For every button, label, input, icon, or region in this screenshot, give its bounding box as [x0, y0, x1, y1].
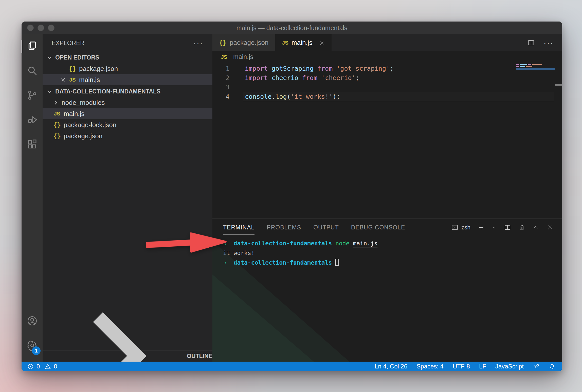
token: ); [333, 93, 340, 100]
activity-bar-run-debug[interactable] [22, 108, 43, 132]
line-text: import cheerio from 'cheerio'; [229, 74, 359, 82]
minimap[interactable] [516, 64, 555, 70]
code-line-4[interactable]: 4console.log('it works!'); [212, 92, 562, 101]
explorer-sidebar: EXPLORER ··· OPEN EDITORS {}package.json… [43, 34, 212, 362]
panel-tab-problems[interactable]: PROBLEMS [267, 219, 301, 236]
code-lines: 1import gotScraping from 'got-scraping';… [212, 64, 562, 101]
editor-tab-bar: {}package.jsonJSmain.js ··· [212, 34, 562, 51]
traffic-lights [27, 22, 54, 34]
file-tree: node_modulesJSmain.js{}package-lock.json… [43, 97, 212, 142]
terminal-token [227, 259, 234, 266]
close-tab-icon[interactable] [319, 40, 325, 46]
tree-item-node_modules[interactable]: node_modules [43, 97, 212, 108]
sidebar-header: EXPLORER ··· [43, 34, 212, 52]
file-label: node_modules [62, 99, 105, 107]
indentation[interactable]: Spaces: 4 [416, 363, 444, 370]
close-panel-icon[interactable] [547, 224, 554, 231]
terminal-token [350, 240, 353, 247]
terminal-output[interactable]: → data-collection-fundamentals node main… [212, 236, 562, 267]
main-area: 1 EXPLORER ··· OPEN EDITORS {}package.js… [22, 34, 562, 362]
settings-badge: 1 [32, 346, 41, 355]
terminal-token [332, 259, 335, 266]
search-icon [26, 65, 38, 77]
branch-icon [26, 89, 38, 102]
breadcrumb-file: main.js [233, 53, 253, 61]
token [298, 74, 302, 82]
activity-bar-source-control[interactable] [22, 83, 43, 108]
breadcrumb[interactable]: JS main.js [212, 51, 562, 63]
scrollbar-thumb[interactable] [555, 84, 562, 86]
explorer-actions-icon[interactable]: ··· [193, 42, 203, 44]
activity-bar-search[interactable] [22, 59, 43, 83]
tree-item-package-lock.json[interactable]: {}package-lock.json [43, 119, 212, 130]
activity-bar-explorer[interactable] [22, 34, 43, 59]
panel-tab-output[interactable]: OUTPUT [313, 219, 339, 236]
more-actions-icon[interactable]: ··· [543, 42, 554, 44]
open-editors-list: {}package.jsonJSmain.js [43, 63, 212, 85]
tab-main.js[interactable]: JSmain.js [275, 34, 332, 51]
panel-tab-debug-console[interactable]: DEBUG CONSOLE [351, 219, 405, 236]
feedback-icon[interactable] [533, 363, 540, 370]
warning-count: 0 [54, 363, 57, 370]
file-label: main.js [64, 110, 84, 118]
open-editor-main.js[interactable]: JSmain.js [43, 74, 212, 85]
zoom-window-button[interactable] [48, 25, 54, 31]
token [268, 65, 271, 72]
close-editor-icon[interactable] [58, 77, 68, 83]
json-file-icon: {} [52, 132, 62, 140]
terminal-token: data-collection-fundamentals [234, 259, 332, 266]
terminal-token: → [223, 259, 227, 266]
terminal-dropdown-icon[interactable] [492, 224, 497, 231]
editor-scrollbar[interactable] [555, 63, 562, 219]
kill-terminal-icon[interactable] [518, 224, 525, 231]
tab-package.json[interactable]: {}package.json [212, 34, 275, 51]
workspace-section-header[interactable]: DATA-COLLECTION-FUNDAMENTALS [43, 86, 212, 97]
status-bar: 0 0 Ln 4, Col 26 Spaces: 4 UTF-8 LF Java… [22, 362, 562, 371]
split-editor-icon[interactable] [527, 39, 535, 47]
terminal-cursor [335, 259, 339, 266]
tree-item-package.json[interactable]: {}package.json [43, 130, 212, 142]
token: import [245, 74, 268, 82]
token: 'got-scraping' [336, 65, 390, 72]
chevron-down-icon [46, 54, 53, 61]
editor-column: {}package.jsonJSmain.js ··· JS main.js 1… [212, 34, 562, 362]
outline-section-header[interactable]: OUTLINE [43, 350, 212, 362]
close-window-button[interactable] [27, 25, 34, 31]
vscode-window: main.js — data-collection-fundamentals [22, 22, 562, 371]
activity-bar: 1 [22, 34, 43, 362]
settings-button[interactable]: 1 [22, 334, 43, 358]
split-terminal-icon[interactable] [504, 224, 511, 231]
line-number: 1 [212, 65, 229, 72]
open-editor-package.json[interactable]: {}package.json [43, 63, 212, 74]
code-line-1[interactable]: 1import gotScraping from 'got-scraping'; [212, 64, 562, 73]
activity-bar-extensions[interactable] [22, 132, 43, 157]
shell-label[interactable]: zsh [461, 224, 470, 231]
encoding[interactable]: UTF-8 [453, 363, 470, 370]
code-line-3[interactable]: 3 [212, 83, 562, 92]
tree-item-main.js[interactable]: JSmain.js [43, 108, 212, 119]
token [333, 65, 336, 72]
open-editors-section-header[interactable]: OPEN EDITORS [43, 52, 212, 63]
problems-status[interactable]: 0 0 [27, 363, 57, 370]
terminal-shell-icon[interactable] [451, 224, 458, 231]
minimize-window-button[interactable] [38, 25, 44, 31]
maximize-panel-icon[interactable] [532, 224, 539, 231]
new-terminal-icon[interactable] [478, 224, 485, 231]
language-mode[interactable]: JavaScript [495, 363, 524, 370]
code-editor[interactable]: 1import gotScraping from 'got-scraping';… [212, 63, 562, 219]
terminal-token: main.js [353, 240, 377, 247]
accounts-button[interactable] [22, 309, 43, 334]
terminal-panel: TERMINALPROBLEMSOUTPUTDEBUG CONSOLE zsh [212, 219, 562, 362]
file-label: package.json [79, 65, 118, 73]
panel-header: TERMINALPROBLEMSOUTPUTDEBUG CONSOLE zsh [212, 219, 562, 236]
panel-tab-terminal[interactable]: TERMINAL [223, 219, 254, 236]
chevron-right-icon [46, 287, 184, 371]
bell-icon[interactable] [549, 363, 556, 370]
json-file-icon: {} [52, 121, 62, 129]
eol-sequence[interactable]: LF [479, 363, 486, 370]
code-line-2[interactable]: 2import cheerio from 'cheerio'; [212, 73, 562, 83]
cursor-position[interactable]: Ln 4, Col 26 [375, 363, 407, 370]
sidebar-title: EXPLORER [52, 40, 84, 47]
token [314, 65, 317, 72]
window-title: main.js — data-collection-fundamentals [237, 24, 348, 32]
